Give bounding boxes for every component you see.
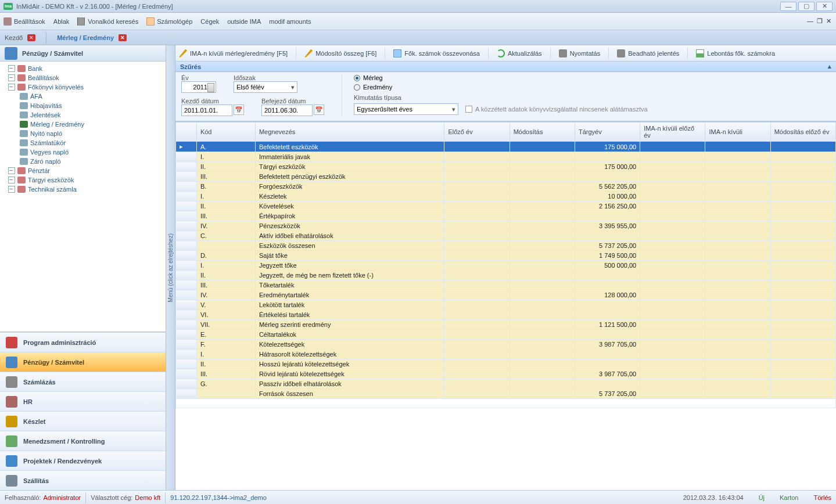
row-header[interactable]: [176, 241, 197, 251]
row-header[interactable]: [176, 340, 197, 350]
module-button[interactable]: Szállítás: [0, 470, 166, 490]
tb-report[interactable]: Beadható jelentés: [617, 49, 679, 57]
module-button[interactable]: Készlet: [0, 411, 166, 431]
radio-eredmeny[interactable]: Eredmény: [354, 84, 648, 91]
table-row[interactable]: G.Passzív időbeli elhatárolások: [176, 379, 836, 389]
filter-header[interactable]: Szűrés ▴: [175, 62, 836, 72]
end-date-input[interactable]: 2011.06.30.: [261, 105, 313, 116]
row-header[interactable]: [176, 310, 197, 320]
row-header[interactable]: [176, 379, 197, 389]
tree-node[interactable]: Vegyes napló: [0, 147, 166, 157]
table-row[interactable]: C.Aktív időbeli elhatárolások: [176, 231, 836, 241]
row-header[interactable]: ▸: [176, 142, 197, 152]
row-header[interactable]: [176, 271, 197, 280]
module-button[interactable]: Pénzügy / Számvitel: [0, 352, 166, 372]
start-date-input[interactable]: 2011.01.01.: [181, 105, 232, 116]
type-combo[interactable]: Egyszerűsített éves: [354, 103, 458, 115]
column-header[interactable]: Előző év: [444, 123, 510, 142]
table-row[interactable]: VI.Értékelési tartalék: [176, 310, 836, 320]
table-row[interactable]: III.Befektetett pénzügyi eszközök: [176, 172, 836, 182]
minimize-button[interactable]: —: [780, 2, 796, 11]
sidebar-collapser[interactable]: Menü (click az elrejtéshez): [166, 45, 175, 490]
tb-merge[interactable]: Fők. számok összevonása: [393, 49, 480, 57]
row-header[interactable]: [176, 280, 197, 290]
table-row[interactable]: E.Céltartalékok: [176, 330, 836, 340]
menu-window[interactable]: Ablak: [53, 18, 70, 25]
row-header[interactable]: [176, 290, 197, 300]
grid-corner[interactable]: [176, 123, 197, 142]
table-row[interactable]: III.Rövid lejáratú kötelezettségek3 987 …: [176, 369, 836, 379]
menu-barcode[interactable]: Vonalkód keresés: [77, 17, 138, 26]
expand-icon[interactable]: [8, 84, 15, 91]
column-header[interactable]: Módosítás előző év: [770, 123, 835, 142]
expand-icon[interactable]: [8, 186, 15, 193]
status-new[interactable]: Új: [759, 494, 765, 501]
tb-external-balance[interactable]: IMA-n kívüli mérleg/eredmény [F5]: [179, 49, 288, 57]
data-grid[interactable]: KódMegnevezésElőző évMódosításTárgyévIMA…: [175, 121, 836, 490]
table-row[interactable]: III.Tőketartalék: [176, 280, 836, 290]
collapse-icon[interactable]: ▴: [828, 63, 831, 70]
tree-node[interactable]: Nyitó napló: [0, 129, 166, 138]
table-row[interactable]: III.Értékpapírok: [176, 211, 836, 221]
column-header[interactable]: Tárgyév: [575, 123, 640, 142]
table-row[interactable]: II.Követelések2 156 250,00: [176, 201, 836, 211]
row-header[interactable]: [176, 389, 197, 399]
tree-node[interactable]: Mérleg / Eredmény: [0, 120, 166, 129]
module-button[interactable]: Számlázás: [0, 372, 166, 391]
table-row[interactable]: I.Immateriális javak: [176, 152, 836, 162]
row-header[interactable]: [176, 320, 197, 330]
expand-icon[interactable]: [8, 74, 15, 81]
table-row[interactable]: I.Készletek10 000,00: [176, 192, 836, 201]
menu-outside[interactable]: outside IMA: [227, 18, 261, 25]
tree-node[interactable]: Beállítások: [0, 73, 166, 82]
table-row[interactable]: D.Saját tőke1 749 500,00: [176, 251, 836, 261]
row-header[interactable]: [176, 231, 197, 241]
tree-node[interactable]: Záró napló: [0, 157, 166, 166]
tree-node[interactable]: Hibajavítás: [0, 101, 166, 110]
tree-node[interactable]: Főkönyvi könyvelés: [0, 82, 166, 92]
tree-node[interactable]: Technikai számla: [0, 185, 166, 194]
row-header[interactable]: [176, 300, 197, 310]
table-row[interactable]: IV.Pénzeszközök3 395 955,00: [176, 221, 836, 231]
row-header[interactable]: [176, 172, 197, 182]
row-header[interactable]: [176, 162, 197, 172]
table-row[interactable]: B.Forgóeszközök5 562 205,00: [176, 182, 836, 192]
close-icon[interactable]: ✕: [119, 34, 127, 41]
column-header[interactable]: IMA-n kívüli előző év: [640, 123, 705, 142]
mdi-restore-icon[interactable]: ❐: [817, 17, 823, 25]
table-row[interactable]: II.Hosszú lejáratú kötelezettségek: [176, 359, 836, 369]
mdi-close-icon[interactable]: ✕: [826, 17, 831, 25]
menu-settings[interactable]: Beállítások: [3, 17, 45, 26]
row-header[interactable]: [176, 211, 197, 221]
maximize-button[interactable]: ▢: [798, 2, 815, 11]
table-row[interactable]: ▸A.Befektetett eszközök175 000,00: [176, 142, 836, 152]
menu-modif[interactable]: modif amounts: [269, 18, 311, 25]
tb-refresh[interactable]: Aktualizálás: [497, 49, 542, 57]
status-delete[interactable]: Törlés: [813, 494, 831, 501]
close-button[interactable]: ✕: [816, 2, 833, 11]
tab-home[interactable]: Kezdő✕: [5, 34, 35, 41]
table-row[interactable]: I.Hátrasorolt kötelezettségek: [176, 350, 836, 359]
table-row[interactable]: VII.Mérleg szerinti eredmény1 121 500,00: [176, 320, 836, 330]
tb-print[interactable]: Nyomtatás: [559, 49, 601, 57]
tree-node[interactable]: Pénztár: [0, 166, 166, 175]
tree-node[interactable]: Számlatükör: [0, 138, 166, 147]
expand-icon[interactable]: [8, 167, 15, 174]
module-button[interactable]: Menedzsment / Kontrolling: [0, 431, 166, 451]
table-row[interactable]: II.Tárgyi eszközök175 000,00: [176, 162, 836, 172]
tree-node[interactable]: ÁFA: [0, 92, 166, 101]
period-combo[interactable]: Első félév: [234, 81, 297, 93]
row-header[interactable]: [176, 330, 197, 340]
table-row[interactable]: Források összesen5 737 205,00: [176, 389, 836, 399]
module-button[interactable]: Projektek / Rendezvények: [0, 451, 166, 470]
row-header[interactable]: [176, 152, 197, 162]
calendar-icon[interactable]: 📅: [234, 105, 244, 115]
row-header[interactable]: [176, 251, 197, 261]
tab-merleg[interactable]: Mérleg / Eredmény✕: [57, 34, 127, 41]
row-header[interactable]: [176, 182, 197, 192]
table-row[interactable]: F.Kötelezettségek3 987 705,00: [176, 340, 836, 350]
table-row[interactable]: II.Jegyzett, de még be nem fizetett tőke…: [176, 271, 836, 280]
audit-checkbox[interactable]: A közzétett adatok könyvvizsgálattal nin…: [465, 106, 648, 113]
row-header[interactable]: [176, 192, 197, 201]
tree-node[interactable]: Tárgyi eszközök: [0, 175, 166, 185]
